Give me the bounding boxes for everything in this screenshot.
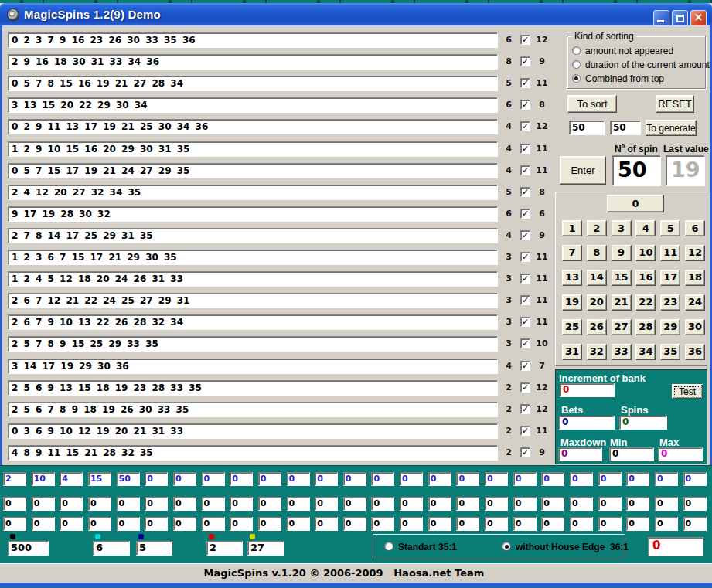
bet-cell[interactable]: 0 xyxy=(598,472,622,486)
row-checkbox[interactable]: ✓ xyxy=(520,252,530,262)
min-field[interactable]: 0 xyxy=(609,447,654,461)
row-checkbox[interactable]: ✓ xyxy=(520,317,530,327)
sequence-field[interactable]: 3 13 15 20 22 29 30 34 xyxy=(8,97,498,113)
bet-cell[interactable]: 2 xyxy=(3,472,26,486)
bet-cell[interactable]: 0 xyxy=(343,472,366,486)
bet-cell[interactable]: 15 xyxy=(88,472,111,486)
bet-cell[interactable]: 0 xyxy=(371,517,394,531)
spins-field[interactable]: 0 xyxy=(619,416,667,430)
sequence-field[interactable]: 1 2 4 5 12 18 20 24 26 31 33 xyxy=(8,271,498,287)
bet-cell[interactable]: 0 xyxy=(32,497,55,511)
maxdown-field[interactable]: 0 xyxy=(558,447,602,461)
numpad-button-18[interactable]: 18 xyxy=(685,270,705,286)
row-checkbox[interactable]: ✓ xyxy=(520,165,530,175)
bet-cell[interactable]: 0 xyxy=(315,517,338,531)
numpad-button-10[interactable]: 10 xyxy=(635,245,656,261)
bet-cell[interactable]: 0 xyxy=(626,497,649,511)
numpad-button-23[interactable]: 23 xyxy=(660,294,680,311)
row-checkbox[interactable]: ✓ xyxy=(520,274,530,284)
bet-cell[interactable]: 0 xyxy=(400,497,423,511)
bet-cell[interactable]: 0 xyxy=(32,517,55,531)
bet-cell[interactable]: 0 xyxy=(655,497,678,511)
bet-cell[interactable]: 0 xyxy=(230,472,253,486)
numpad-button-5[interactable]: 5 xyxy=(660,220,680,236)
bet-cell[interactable]: 0 xyxy=(541,517,564,531)
bet-cell[interactable]: 0 xyxy=(88,497,111,511)
bet-cell[interactable]: 0 xyxy=(655,517,678,531)
bet-cell[interactable]: 0 xyxy=(258,497,281,511)
bet-cell[interactable]: 0 xyxy=(230,497,253,511)
sequence-field[interactable]: 2 7 8 14 17 25 29 31 35 xyxy=(8,228,498,243)
row-checkbox[interactable]: ✓ xyxy=(520,382,530,393)
bet-cell[interactable]: 0 xyxy=(683,497,707,511)
sequence-field[interactable]: 2 5 7 8 9 15 25 29 33 35 xyxy=(8,336,498,352)
bet-cell[interactable]: 0 xyxy=(3,517,26,531)
reset-button[interactable]: RESET xyxy=(656,95,694,113)
sequence-field[interactable]: 0 5 7 15 17 19 21 24 27 29 35 xyxy=(8,163,498,178)
bet-cell[interactable]: 0 xyxy=(683,472,707,486)
bet-cell[interactable]: 0 xyxy=(371,472,394,486)
bet-cell[interactable]: 0 xyxy=(258,472,281,486)
bet-cell[interactable]: 0 xyxy=(202,517,225,531)
row-checkbox[interactable]: ✓ xyxy=(520,100,530,110)
numpad-button-7[interactable]: 7 xyxy=(562,245,582,261)
numpad-button-1[interactable]: 1 xyxy=(562,220,582,236)
bet-cell[interactable]: 0 xyxy=(117,517,140,531)
sequence-field[interactable]: 2 9 16 18 30 31 33 34 36 xyxy=(8,54,498,70)
n-of-spin-input[interactable]: 50 xyxy=(612,155,661,186)
test-button[interactable]: Test xyxy=(672,384,703,399)
numpad-button-12[interactable]: 12 xyxy=(685,245,705,261)
bet-cell[interactable]: 0 xyxy=(60,497,83,511)
row-checkbox[interactable]: ✓ xyxy=(520,121,530,131)
bet-cell[interactable]: 4 xyxy=(60,472,83,486)
bet-cell[interactable]: 0 xyxy=(428,517,451,531)
bet-cell[interactable]: 0 xyxy=(485,497,508,511)
numpad-button-32[interactable]: 32 xyxy=(587,344,607,360)
numpad-button-4[interactable]: 4 xyxy=(635,220,656,236)
numpad-button-26[interactable]: 26 xyxy=(587,319,607,335)
bet-cell[interactable]: 0 xyxy=(598,497,622,511)
chip-field[interactable]: 27 xyxy=(247,541,284,556)
numpad-button-13[interactable]: 13 xyxy=(562,270,582,286)
chip-field[interactable]: 5 xyxy=(136,541,172,556)
sequence-field[interactable]: 2 6 7 12 21 22 24 25 27 29 31 xyxy=(8,293,498,308)
bet-cell[interactable]: 0 xyxy=(145,497,168,511)
numpad-button-33[interactable]: 33 xyxy=(612,344,632,360)
sequence-field[interactable]: 4 8 9 11 15 21 28 32 35 xyxy=(8,445,498,461)
close-button[interactable]: ✕ xyxy=(690,10,707,26)
radio-icon[interactable] xyxy=(384,542,393,551)
max-field[interactable]: 0 xyxy=(658,447,703,461)
bet-cell[interactable]: 0 xyxy=(541,472,564,486)
bet-cell[interactable]: 0 xyxy=(60,517,83,531)
row-checkbox[interactable]: ✓ xyxy=(520,404,530,414)
bet-cell[interactable]: 0 xyxy=(485,472,508,486)
row-checkbox[interactable]: ✓ xyxy=(520,361,530,371)
bets-field[interactable]: 0 xyxy=(559,416,615,430)
row-checkbox[interactable]: ✓ xyxy=(520,35,530,45)
bet-cell[interactable]: 0 xyxy=(456,472,479,486)
bet-cell[interactable]: 0 xyxy=(3,497,26,511)
row-checkbox[interactable]: ✓ xyxy=(520,447,530,457)
numpad-button-28[interactable]: 28 xyxy=(635,319,656,335)
bet-cell[interactable]: 0 xyxy=(683,517,707,531)
bet-cell[interactable]: 0 xyxy=(570,472,593,486)
bet-cell[interactable]: 0 xyxy=(456,497,479,511)
row-checkbox[interactable]: ✓ xyxy=(520,56,530,66)
numpad-button-29[interactable]: 29 xyxy=(660,319,680,335)
sequence-field[interactable]: 2 4 12 20 27 32 34 35 xyxy=(8,185,498,200)
sequence-field[interactable]: 1 2 9 10 15 16 20 29 30 31 35 xyxy=(8,141,498,157)
sequence-field[interactable]: 1 2 3 6 7 15 17 21 29 30 35 xyxy=(8,250,498,265)
numpad-button-31[interactable]: 31 xyxy=(562,344,582,360)
numpad-button-17[interactable]: 17 xyxy=(660,270,680,286)
numpad-button-6[interactable]: 6 xyxy=(685,220,705,236)
generate-amount-input[interactable]: 50 xyxy=(610,121,641,135)
bet-cell[interactable]: 0 xyxy=(655,472,678,486)
row-checkbox[interactable]: ✓ xyxy=(520,426,530,436)
row-checkbox[interactable]: ✓ xyxy=(520,78,530,88)
chip-field[interactable]: 6 xyxy=(93,541,130,556)
bet-cell[interactable]: 0 xyxy=(485,517,508,531)
bet-cell[interactable]: 0 xyxy=(541,497,564,511)
row-checkbox[interactable]: ✓ xyxy=(520,144,530,154)
chip-field[interactable]: 500 xyxy=(8,541,49,556)
chip-field[interactable]: 2 xyxy=(206,541,243,556)
